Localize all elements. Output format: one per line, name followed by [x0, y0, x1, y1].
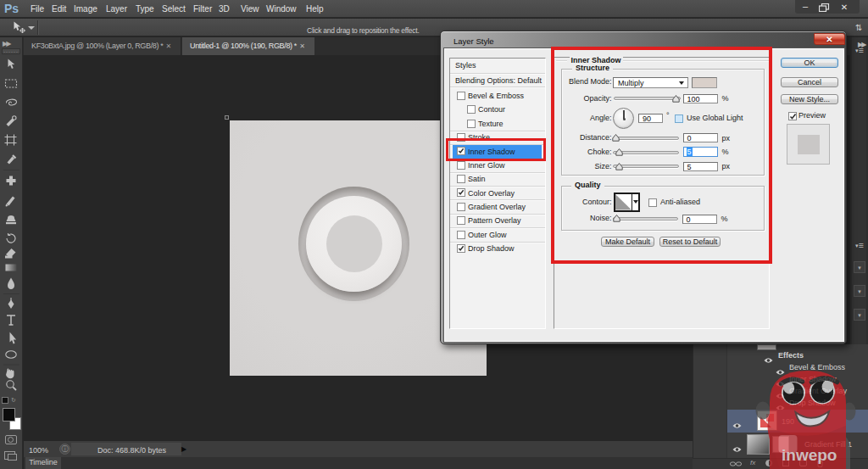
svg-text:inwepo: inwepo: [782, 446, 837, 464]
